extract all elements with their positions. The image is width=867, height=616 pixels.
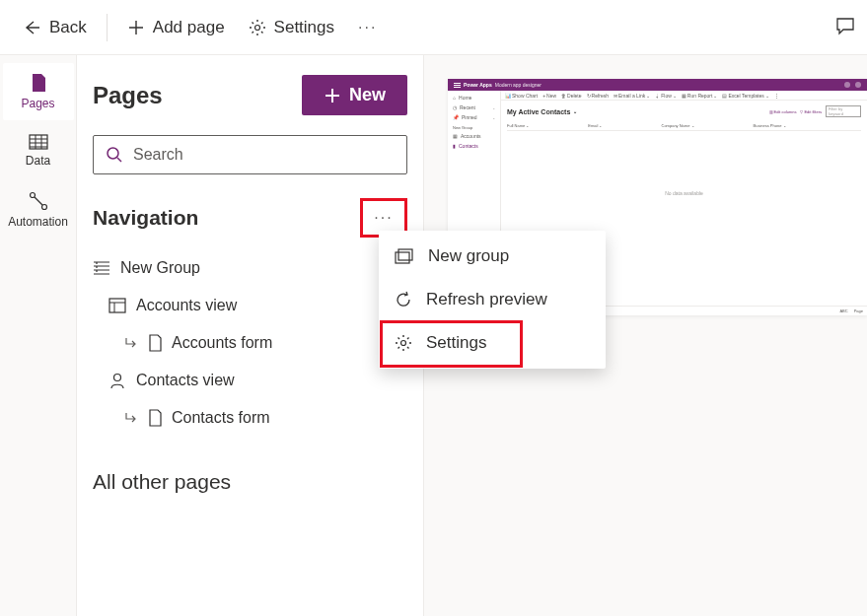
preview-heading: My Active Contacts⌄	[507, 108, 577, 115]
search-icon	[106, 146, 123, 164]
search-box[interactable]	[93, 135, 407, 174]
automation-icon	[29, 191, 48, 211]
subitem-icon	[124, 336, 138, 350]
col-company: Company Name ⌄	[662, 123, 694, 128]
svg-point-6	[114, 375, 121, 381]
menu-new-group[interactable]: New group	[379, 235, 606, 278]
tree-contacts-view-label: Contacts view	[136, 372, 235, 389]
tree-accounts-view-label: Accounts view	[136, 297, 237, 314]
navigation-tree: New Group Accounts view Accounts form Co…	[77, 245, 423, 441]
tree-group[interactable]: New Group	[85, 249, 415, 287]
preview-app-name: Power Apps	[464, 82, 492, 88]
settings-button[interactable]: Settings	[239, 12, 344, 43]
preview-commandbar: 📊 Show Chart + New 🗑 Delete ↻ Refresh ✉ …	[501, 91, 867, 101]
cmd-email: ✉ Email a Link ⌄	[614, 93, 650, 99]
navigation-context-menu: New group Refresh preview Settings	[379, 231, 606, 369]
tree-contacts-form-label: Contacts form	[172, 409, 270, 427]
edit-filters: ▽ Edit filters	[800, 109, 822, 114]
back-label: Back	[49, 18, 87, 37]
tree-contacts-form[interactable]: Contacts form	[85, 399, 415, 437]
cmd-excel: ▤ Excel Templates ⌄	[722, 93, 768, 99]
rail-data[interactable]: Data	[3, 124, 74, 177]
top-toolbar: Back Add page Settings ···	[0, 0, 867, 55]
footer-page: Page	[854, 308, 863, 313]
ps-home: ⌂Home	[451, 94, 497, 102]
menu-refresh-preview[interactable]: Refresh preview	[379, 278, 606, 321]
back-button[interactable]: Back	[12, 12, 97, 43]
toolbar-more-button[interactable]: ···	[348, 13, 387, 42]
preview-columns: Full Name ⌄ Email ⌄ Company Name ⌄ Busin…	[507, 123, 861, 131]
preview-topbar: Power Apps Modern app designer	[448, 79, 867, 91]
cmd-new: + New	[542, 93, 556, 99]
cmd-flow: ⭭ Flow ⌄	[655, 93, 677, 99]
gear-icon	[249, 19, 266, 36]
plus-icon	[324, 87, 341, 104]
cmd-more: ⋮	[774, 93, 779, 99]
group-icon	[93, 260, 110, 276]
menu-new-group-label: New group	[428, 246, 509, 266]
col-phone: Business Phone ⌄	[754, 123, 786, 128]
add-page-button[interactable]: Add page	[117, 12, 235, 43]
gear-icon	[395, 334, 412, 352]
cmd-show-chart: 📊 Show Chart	[505, 93, 538, 99]
no-data-message: No data available	[507, 190, 861, 196]
settings-label: Settings	[274, 18, 334, 37]
cmd-refresh: ↻ Refresh	[587, 93, 610, 99]
form-icon	[148, 334, 162, 352]
navigation-header: Navigation ···	[77, 182, 423, 245]
tree-group-label: New Group	[120, 259, 200, 277]
pages-header: Pages New	[77, 55, 423, 127]
rail-pages[interactable]: Pages	[3, 63, 74, 120]
filter-input: Filter by keyword	[826, 105, 861, 117]
ps-recent: ◷Recent⌄	[451, 103, 497, 111]
left-rail: Pages Data Automation	[0, 55, 77, 616]
navigation-title: Navigation	[93, 206, 198, 230]
menu-settings-label: Settings	[426, 333, 486, 353]
ps-accounts: ▦Accounts	[451, 132, 497, 140]
col-email: Email ⌄	[588, 123, 602, 128]
svg-rect-7	[396, 252, 409, 263]
cmd-run-report: ▦ Run Report ⌄	[682, 93, 718, 99]
hamburger-icon	[454, 83, 461, 88]
table-icon	[29, 134, 48, 150]
footer-abc: ABC	[839, 308, 847, 313]
all-other-pages-title: All other pages	[77, 441, 423, 502]
page-icon	[30, 73, 47, 93]
arrow-left-icon	[22, 18, 41, 37]
subitem-icon	[124, 411, 138, 425]
view-icon	[108, 298, 126, 313]
rail-automation[interactable]: Automation	[3, 181, 74, 239]
pages-panel: Pages New Navigation ··· New Group Accou…	[77, 55, 424, 616]
cmd-delete: 🗑 Delete	[561, 93, 581, 99]
rail-pages-label: Pages	[21, 97, 54, 110]
svg-point-9	[401, 341, 406, 346]
new-button[interactable]: New	[302, 75, 407, 115]
refresh-icon	[395, 291, 412, 308]
svg-point-4	[108, 148, 118, 159]
person-icon	[108, 372, 126, 389]
svg-rect-8	[398, 249, 412, 260]
col-full-name: Full Name ⌄	[507, 123, 529, 128]
tree-accounts-view[interactable]: Accounts view	[85, 287, 415, 324]
ps-contacts: ▮Contacts	[451, 142, 497, 150]
menu-settings[interactable]: Settings	[379, 321, 606, 365]
rail-data-label: Data	[26, 154, 50, 168]
new-group-icon	[395, 248, 414, 264]
toolbar-divider	[107, 14, 108, 41]
search-input[interactable]	[133, 146, 395, 164]
rail-automation-label: Automation	[8, 215, 68, 229]
tree-accounts-form[interactable]: Accounts form	[85, 324, 415, 362]
preview-actions: ▥ Edit columns ▽ Edit filters Filter by …	[769, 105, 861, 117]
help-icon	[844, 82, 850, 88]
svg-point-2	[30, 193, 35, 198]
form-icon	[148, 409, 162, 427]
tree-contacts-view[interactable]: Contacts view	[85, 362, 415, 399]
ps-pinned: 📌Pinned⌄	[451, 113, 497, 121]
comment-icon[interactable]	[835, 16, 855, 35]
pages-title: Pages	[93, 82, 163, 109]
plus-icon	[127, 19, 145, 36]
svg-point-0	[254, 25, 259, 30]
edit-columns: ▥ Edit columns	[769, 109, 797, 114]
avatar-icon	[855, 82, 861, 88]
menu-refresh-label: Refresh preview	[426, 290, 547, 309]
